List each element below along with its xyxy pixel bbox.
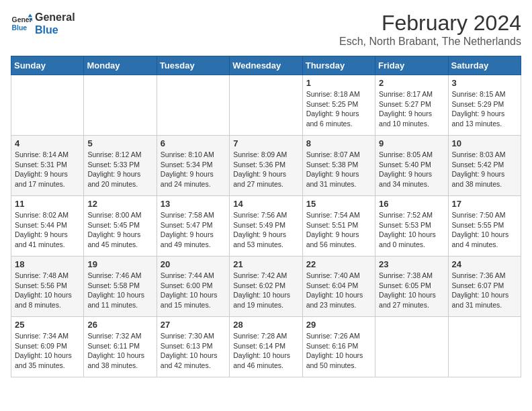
day-number: 23: [379, 259, 444, 269]
cell-details: Sunrise: 7:40 AM Sunset: 6:04 PM Dayligh…: [306, 271, 371, 310]
week-row-2: 4Sunrise: 8:14 AM Sunset: 5:31 PM Daylig…: [11, 136, 521, 196]
day-number: 18: [15, 259, 80, 269]
logo-line2: Blue: [35, 24, 75, 36]
day-number: 20: [161, 259, 226, 269]
cell-details: Sunrise: 7:30 AM Sunset: 6:13 PM Dayligh…: [161, 331, 226, 371]
calendar-cell: [157, 75, 229, 136]
cell-details: Sunrise: 7:52 AM Sunset: 5:53 PM Dayligh…: [379, 210, 444, 250]
calendar-cell: 14Sunrise: 7:56 AM Sunset: 5:49 PM Dayli…: [230, 196, 302, 257]
cell-details: Sunrise: 7:54 AM Sunset: 5:51 PM Dayligh…: [306, 210, 371, 250]
calendar-cell: 1Sunrise: 8:18 AM Sunset: 5:25 PM Daylig…: [302, 75, 375, 136]
cell-details: Sunrise: 8:00 AM Sunset: 5:45 PM Dayligh…: [87, 210, 152, 250]
cell-details: Sunrise: 7:38 AM Sunset: 6:05 PM Dayligh…: [379, 271, 444, 310]
day-number: 21: [233, 259, 298, 269]
cell-details: Sunrise: 8:12 AM Sunset: 5:33 PM Dayligh…: [87, 150, 152, 189]
cell-details: Sunrise: 8:15 AM Sunset: 5:29 PM Dayligh…: [452, 89, 517, 129]
header-row: SundayMondayTuesdayWednesdayThursdayFrid…: [11, 56, 521, 75]
day-number: 11: [15, 199, 80, 209]
cell-details: Sunrise: 7:34 AM Sunset: 6:09 PM Dayligh…: [15, 331, 80, 371]
cell-details: Sunrise: 8:07 AM Sunset: 5:38 PM Dayligh…: [306, 150, 371, 189]
cell-details: Sunrise: 7:58 AM Sunset: 5:47 PM Dayligh…: [161, 210, 226, 250]
calendar-cell: 16Sunrise: 7:52 AM Sunset: 5:53 PM Dayli…: [375, 196, 448, 257]
day-number: 13: [161, 199, 226, 209]
calendar-cell: 15Sunrise: 7:54 AM Sunset: 5:51 PM Dayli…: [302, 196, 375, 257]
svg-text:General: General: [12, 17, 32, 24]
calendar-cell: 17Sunrise: 7:50 AM Sunset: 5:55 PM Dayli…: [448, 196, 521, 257]
calendar-cell: 18Sunrise: 7:48 AM Sunset: 5:56 PM Dayli…: [11, 257, 84, 317]
calendar-cell: 21Sunrise: 7:42 AM Sunset: 6:02 PM Dayli…: [230, 257, 302, 317]
header-cell-monday: Monday: [84, 56, 157, 75]
week-row-5: 25Sunrise: 7:34 AM Sunset: 6:09 PM Dayli…: [11, 317, 521, 377]
day-number: 2: [379, 78, 444, 88]
cell-details: Sunrise: 8:09 AM Sunset: 5:36 PM Dayligh…: [233, 150, 298, 189]
cell-details: Sunrise: 7:56 AM Sunset: 5:49 PM Dayligh…: [233, 210, 298, 250]
calendar-cell: 22Sunrise: 7:40 AM Sunset: 6:04 PM Dayli…: [302, 257, 375, 317]
calendar-cell: [375, 317, 448, 377]
cell-details: Sunrise: 7:28 AM Sunset: 6:14 PM Dayligh…: [233, 331, 298, 371]
cell-details: Sunrise: 8:10 AM Sunset: 5:34 PM Dayligh…: [161, 150, 226, 189]
cell-details: Sunrise: 8:18 AM Sunset: 5:25 PM Dayligh…: [306, 89, 371, 129]
day-number: 22: [306, 259, 371, 269]
day-number: 14: [233, 199, 298, 209]
calendar-cell: [448, 317, 521, 377]
day-number: 26: [87, 320, 152, 330]
cell-details: Sunrise: 8:03 AM Sunset: 5:42 PM Dayligh…: [452, 150, 517, 189]
cell-details: Sunrise: 7:26 AM Sunset: 6:16 PM Dayligh…: [306, 331, 371, 371]
cell-details: Sunrise: 8:05 AM Sunset: 5:40 PM Dayligh…: [379, 150, 444, 189]
day-number: 19: [87, 259, 152, 269]
calendar-cell: 10Sunrise: 8:03 AM Sunset: 5:42 PM Dayli…: [448, 136, 521, 196]
calendar-cell: [84, 75, 157, 136]
calendar-cell: 25Sunrise: 7:34 AM Sunset: 6:09 PM Dayli…: [11, 317, 84, 377]
calendar-cell: 5Sunrise: 8:12 AM Sunset: 5:33 PM Daylig…: [84, 136, 157, 196]
day-number: 15: [306, 199, 371, 209]
header-cell-sunday: Sunday: [11, 56, 84, 75]
day-number: 6: [161, 138, 226, 148]
day-number: 7: [233, 138, 298, 148]
cell-details: Sunrise: 7:36 AM Sunset: 6:07 PM Dayligh…: [452, 271, 517, 310]
calendar-cell: 6Sunrise: 8:10 AM Sunset: 5:34 PM Daylig…: [157, 136, 229, 196]
logo-icon: General Blue: [11, 13, 32, 34]
calendar-cell: 2Sunrise: 8:17 AM Sunset: 5:27 PM Daylig…: [375, 75, 448, 136]
day-number: 10: [452, 138, 517, 148]
calendar-cell: 26Sunrise: 7:32 AM Sunset: 6:11 PM Dayli…: [84, 317, 157, 377]
cell-details: Sunrise: 7:46 AM Sunset: 5:58 PM Dayligh…: [87, 271, 152, 310]
calendar-cell: 27Sunrise: 7:30 AM Sunset: 6:13 PM Dayli…: [157, 317, 229, 377]
day-number: 8: [306, 138, 371, 148]
cell-details: Sunrise: 7:32 AM Sunset: 6:11 PM Dayligh…: [87, 331, 152, 371]
svg-text:Blue: Blue: [12, 24, 28, 32]
day-number: 27: [161, 320, 226, 330]
week-row-3: 11Sunrise: 8:02 AM Sunset: 5:44 PM Dayli…: [11, 196, 521, 257]
calendar-table: SundayMondayTuesdayWednesdayThursdayFrid…: [11, 56, 521, 377]
calendar-cell: 13Sunrise: 7:58 AM Sunset: 5:47 PM Dayli…: [157, 196, 229, 257]
day-number: 16: [379, 199, 444, 209]
svg-marker-2: [28, 14, 32, 17]
day-number: 9: [379, 138, 444, 148]
calendar-cell: 19Sunrise: 7:46 AM Sunset: 5:58 PM Dayli…: [84, 257, 157, 317]
day-number: 24: [452, 259, 517, 269]
cell-details: Sunrise: 8:17 AM Sunset: 5:27 PM Dayligh…: [379, 89, 444, 129]
header: General Blue General Blue February 2024 …: [11, 11, 521, 48]
cell-details: Sunrise: 8:14 AM Sunset: 5:31 PM Dayligh…: [15, 150, 80, 189]
calendar-cell: [230, 75, 302, 136]
month-title: February 2024: [339, 11, 521, 36]
cell-details: Sunrise: 7:48 AM Sunset: 5:56 PM Dayligh…: [15, 271, 80, 310]
title-area: February 2024 Esch, North Brabant, The N…: [339, 11, 521, 48]
header-cell-tuesday: Tuesday: [157, 56, 229, 75]
calendar-cell: 11Sunrise: 8:02 AM Sunset: 5:44 PM Dayli…: [11, 196, 84, 257]
calendar-cell: 29Sunrise: 7:26 AM Sunset: 6:16 PM Dayli…: [302, 317, 375, 377]
calendar-cell: 20Sunrise: 7:44 AM Sunset: 6:00 PM Dayli…: [157, 257, 229, 317]
calendar-cell: 3Sunrise: 8:15 AM Sunset: 5:29 PM Daylig…: [448, 75, 521, 136]
cell-details: Sunrise: 7:42 AM Sunset: 6:02 PM Dayligh…: [233, 271, 298, 310]
logo: General Blue General Blue: [11, 11, 75, 36]
calendar-cell: 24Sunrise: 7:36 AM Sunset: 6:07 PM Dayli…: [448, 257, 521, 317]
day-number: 17: [452, 199, 517, 209]
header-cell-wednesday: Wednesday: [230, 56, 302, 75]
header-cell-saturday: Saturday: [448, 56, 521, 75]
location-title: Esch, North Brabant, The Netherlands: [339, 36, 521, 48]
calendar-cell: 4Sunrise: 8:14 AM Sunset: 5:31 PM Daylig…: [11, 136, 84, 196]
calendar-cell: 9Sunrise: 8:05 AM Sunset: 5:40 PM Daylig…: [375, 136, 448, 196]
week-row-4: 18Sunrise: 7:48 AM Sunset: 5:56 PM Dayli…: [11, 257, 521, 317]
day-number: 5: [87, 138, 152, 148]
header-cell-friday: Friday: [375, 56, 448, 75]
calendar-cell: 8Sunrise: 8:07 AM Sunset: 5:38 PM Daylig…: [302, 136, 375, 196]
